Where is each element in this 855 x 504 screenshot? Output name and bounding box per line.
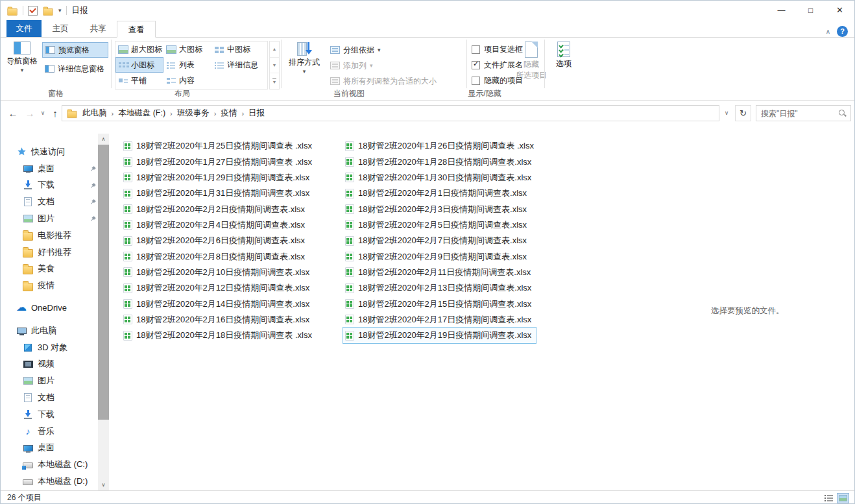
view-extra-large-icons[interactable]: 超大图标 [115, 42, 163, 57]
tab-home[interactable]: 主页 [42, 20, 79, 37]
file-item[interactable]: 18财管2班2020年2月2日疫情期间调查表.xlsx [121, 201, 309, 217]
scrollbar-down-icon[interactable]: ∨ [98, 479, 109, 490]
file-item[interactable]: 18财管2班2020年2月14日疫情期间调查表.xlsx [121, 296, 314, 311]
file-item[interactable]: 18财管2班2020年2月10日疫情期间调查表.xlsx [121, 265, 314, 280]
chevron-down-icon: ▾ [370, 63, 373, 69]
close-button[interactable]: ✕ [825, 1, 854, 19]
sidebar-item-music[interactable]: ♪ 音乐 [1, 423, 98, 440]
help-icon[interactable]: ? [837, 26, 848, 37]
sidebar-item-documents[interactable]: 文档 [1, 193, 98, 210]
sidebar-item-drive-d[interactable]: 本地磁盘 (D:) [1, 473, 98, 490]
file-item[interactable]: 18财管2班2020年2月11日疫情期间调查表.xlsx [343, 265, 535, 280]
back-icon[interactable]: ← [6, 101, 20, 125]
recent-locations-icon[interactable]: ∨ [38, 101, 47, 125]
minimize-button[interactable]: — [767, 1, 796, 19]
file-item[interactable]: 18财管2班2020年2月12日疫情期间调查表.xlsx [121, 280, 314, 296]
file-item[interactable]: 18财管2班2020年2月4日疫情期间调查表.xlsx [121, 217, 309, 233]
view-large-icons[interactable]: 大图标 [163, 42, 211, 57]
breadcrumb-this-pc[interactable]: 此电脑 [78, 108, 112, 119]
options-button[interactable]: 选项 [549, 42, 578, 68]
address-dropdown-icon[interactable]: ∨ [721, 101, 732, 125]
sidebar-item-downloads[interactable]: 下载 [1, 177, 98, 194]
file-item[interactable]: 18财管2班2020年2月7日疫情期间调查表.xlsx [343, 233, 531, 248]
thumbnail-view-toggle-icon[interactable] [837, 493, 849, 503]
sidebar-item-pictures[interactable]: 图片 [1, 210, 98, 227]
navigation-pane-button[interactable]: 导航窗格 ▾ [5, 42, 40, 73]
view-tiles[interactable]: 平铺 [115, 73, 163, 88]
details-pane-button[interactable]: 详细信息窗格 [42, 61, 115, 77]
gallery-scroll-up-icon[interactable]: ▲ [270, 42, 279, 58]
view-list[interactable]: 列表 [163, 57, 211, 73]
tab-file[interactable]: 文件 [6, 20, 42, 37]
refresh-icon[interactable]: ↻ [735, 105, 751, 121]
file-item[interactable]: 18财管2班2020年2月18日疫情期间调查表 .xlsx [121, 328, 317, 343]
breadcrumb-daily-report[interactable]: 日报 [244, 108, 269, 119]
scrollbar-up-icon[interactable]: ∧ [98, 134, 109, 145]
excel-file-icon [345, 252, 354, 261]
file-item[interactable]: 18财管2班2020年2月17日疫情期间调查表.xlsx [343, 312, 536, 328]
breadcrumb-drive-f[interactable]: 本地磁盘 (F:) [114, 108, 170, 119]
sidebar-item-food-folder[interactable]: 美食 [1, 261, 98, 278]
sidebar-item-videos[interactable]: 视频 [1, 356, 98, 373]
checkbox-unchecked-icon [472, 45, 480, 54]
sidebar-item-desktop[interactable]: 桌面 [1, 160, 98, 177]
tab-view-active[interactable]: 查看 [117, 21, 156, 38]
file-item-selected[interactable]: 18财管2班2020年2月19日疫情期间调查表.xlsx [343, 328, 536, 343]
file-item[interactable]: 18财管2班2020年2月13日疫情期间调查表.xlsx [343, 280, 536, 296]
up-icon[interactable]: ↑ [49, 101, 62, 125]
file-item[interactable]: 18财管2班2020年2月8日疫情期间调查表.xlsx [121, 248, 309, 264]
search-input[interactable] [756, 106, 850, 121]
file-item[interactable]: 18财管2班2020年2月6日疫情期间调查表.xlsx [121, 233, 309, 248]
sort-by-button[interactable]: 排序方式 ▾ [286, 42, 322, 75]
preview-pane-button[interactable]: 预览窗格 [42, 42, 108, 58]
gallery-scroll-down-icon[interactable]: ▼ [270, 58, 279, 74]
maximize-button[interactable]: □ [796, 1, 825, 19]
file-item[interactable]: 18财管2班2020年1月26日疫情期间调查表 .xlsx [343, 138, 538, 154]
sidebar-item-desktop-pc[interactable]: 桌面 [1, 440, 98, 457]
navigation-pane-icon [14, 42, 30, 54]
file-item[interactable]: 18财管2班2020年2月3日疫情期间调查表.xlsx [343, 201, 531, 217]
gallery-more-icon[interactable]: ▼ [270, 73, 279, 89]
new-folder-icon[interactable] [43, 8, 53, 15]
file-item[interactable]: 18财管2班2020年2月1日疫情期间调查表.xlsx [343, 186, 531, 201]
sidebar-scrollbar[interactable]: ∧ ∨ [98, 134, 109, 490]
view-content[interactable]: 内容 [163, 73, 211, 88]
properties-icon[interactable] [28, 6, 38, 16]
sidebar-item-downloads-pc[interactable]: 下载 [1, 406, 98, 423]
sidebar-item-pictures-pc[interactable]: 图片 [1, 372, 98, 389]
file-item[interactable]: 18财管2班2020年1月27日疫情期间调查表 .xlsx [121, 154, 317, 169]
window-controls: — □ ✕ [767, 1, 854, 20]
scrollbar-thumb[interactable] [98, 145, 109, 420]
file-item[interactable]: 18财管2班2020年1月31日疫情期间调查表.xlsx [121, 186, 314, 201]
details-view-toggle-icon[interactable] [823, 493, 834, 503]
view-small-icons-selected[interactable]: 小图标 [115, 57, 163, 73]
file-item[interactable]: 18财管2班2020年1月25日疫情期间调查表 .xlsx [121, 138, 317, 154]
sidebar-item-drive-c[interactable]: 本地磁盘 (C:) [1, 456, 98, 473]
collapse-ribbon-icon[interactable]: ∧ [826, 28, 830, 35]
group-by-button[interactable]: 分组依据 ▾ [328, 42, 383, 58]
sidebar-item-quick-access[interactable]: 快速访问 [1, 143, 98, 160]
pin-icon [90, 198, 97, 208]
search-icon[interactable] [839, 110, 847, 117]
breadcrumb[interactable]: 此电脑 › 本地磁盘 (F:) › 班级事务 › 疫情 › 日报 [62, 105, 719, 121]
sidebar-item-movies-folder[interactable]: 电影推荐 [1, 227, 98, 244]
sidebar-item-3d-objects[interactable]: 3D 对象 [1, 339, 98, 356]
sidebar-item-epidemic-folder[interactable]: 疫情 [1, 277, 98, 294]
sidebar-item-documents-pc[interactable]: 文档 [1, 389, 98, 406]
breadcrumb-class-affairs[interactable]: 班级事务 [173, 108, 214, 119]
view-details[interactable]: 详细信息 [211, 57, 269, 73]
sidebar-item-this-pc[interactable]: 此电脑 [1, 322, 98, 339]
tab-share[interactable]: 共享 [79, 20, 117, 37]
file-item[interactable]: 18财管2班2020年2月15日疫情期间调查表.xlsx [343, 296, 536, 311]
file-item[interactable]: 18财管2班2020年1月30日疫情期间调查表.xlsx [343, 170, 536, 186]
customize-toolbar-caret-icon[interactable]: ▾ [58, 8, 62, 14]
file-item[interactable]: 18财管2班2020年1月28日疫情期间调查表.xlsx [343, 154, 536, 169]
file-item[interactable]: 18财管2班2020年2月16日疫情期间调查表.xlsx [121, 312, 314, 328]
file-item[interactable]: 18财管2班2020年2月5日疫情期间调查表.xlsx [343, 217, 531, 233]
file-item[interactable]: 18财管2班2020年2月9日疫情期间调查表.xlsx [343, 248, 531, 264]
view-medium-icons[interactable]: 中图标 [211, 42, 269, 57]
sidebar-item-onedrive[interactable]: ☁ OneDrive [1, 299, 98, 316]
file-item[interactable]: 18财管2班2020年1月29日疫情期间调查表.xlsx [121, 170, 314, 186]
sidebar-item-books-folder[interactable]: 好书推荐 [1, 244, 98, 261]
breadcrumb-epidemic[interactable]: 疫情 [216, 108, 241, 119]
